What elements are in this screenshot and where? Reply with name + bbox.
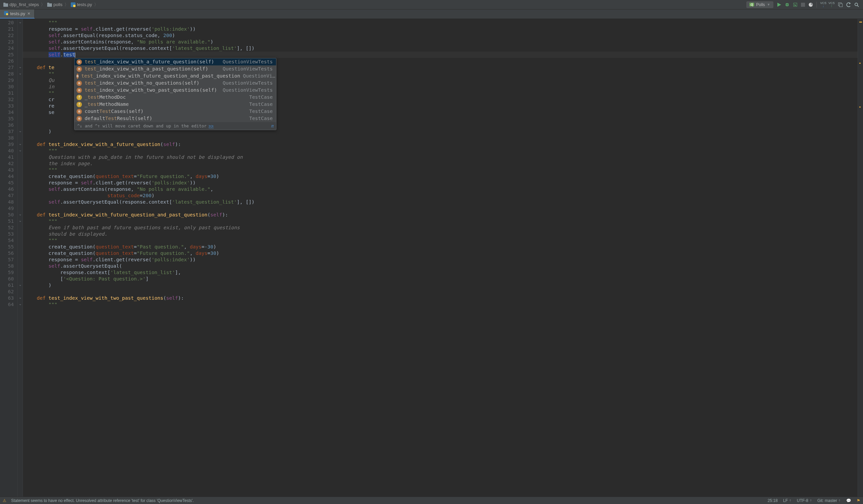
warning-marker[interactable] [859,63,861,64]
code-line[interactable]: the index page. [23,161,858,167]
code-line[interactable]: response = self.client.get(reverse('poll… [23,180,858,186]
fold-toggle[interactable] [17,32,23,38]
fold-toggle[interactable] [17,57,23,64]
completion-item[interactable]: mtest_index_view_with_a_future_question(… [75,58,276,65]
warning-icon[interactable]: ⚠ [3,498,7,503]
line-number[interactable]: 37 [0,128,14,135]
line-number-gutter[interactable]: 2021222324252627282930313233343536373839… [0,19,17,496]
fold-toggle[interactable] [17,179,23,186]
line-number[interactable]: 59 [0,269,14,276]
encoding-selector[interactable]: UTF-8 ⇡ [797,498,812,503]
chat-icon[interactable]: 💬 [846,498,851,503]
line-number[interactable]: 23 [0,39,14,45]
code-area[interactable]: """ response = self.client.get(reverse('… [23,19,858,496]
completion-item[interactable]: mcountTestCases(self)TestCase [75,108,276,115]
fold-toggle[interactable] [17,160,23,166]
line-number[interactable]: 60 [0,276,14,282]
code-line[interactable]: ['<Question: Past question.>'] [23,276,858,282]
line-number[interactable]: 55 [0,244,14,250]
line-number[interactable]: 30 [0,84,14,90]
line-number[interactable]: 43 [0,167,14,173]
run-configuration-selector[interactable]: dj Polls ▼ [746,1,773,8]
fold-toggle[interactable] [17,243,23,250]
completion-item[interactable]: mdefaultTestResult(self)TestCase [75,115,276,122]
code-line[interactable]: Questions with a pub_date in the future … [23,154,858,161]
code-line[interactable]: response.context['latest_question_list']… [23,269,858,276]
search-icon[interactable] [854,2,859,7]
editor-tab[interactable]: tests.py ✕ [0,10,35,18]
line-number[interactable]: 36 [0,122,14,128]
code-line[interactable]: status_code=200) [23,192,858,199]
fold-toggle[interactable]: ⌄ [17,147,23,153]
code-line[interactable]: self.assertQuerysetEqual( [23,263,858,269]
code-line[interactable] [23,205,858,212]
line-number[interactable]: 32 [0,97,14,103]
revert-icon[interactable] [846,2,851,7]
line-number[interactable]: 57 [0,256,14,263]
line-number[interactable]: 63 [0,295,14,301]
code-line[interactable]: create_question(question_text="Future qu… [23,250,858,256]
line-number[interactable]: 25 [0,52,14,58]
warning-marker[interactable] [859,22,862,23]
code-line[interactable]: response = self.client.get(reverse('poll… [23,256,858,263]
warning-marker[interactable] [859,106,861,108]
fold-toggle[interactable] [17,192,23,198]
line-number[interactable]: 62 [0,289,14,295]
completion-item[interactable]: mtest_index_view_with_two_past_questions… [75,87,276,94]
line-number[interactable]: 31 [0,90,14,97]
fold-toggle[interactable]: ⌄ [17,19,23,25]
fold-toggle[interactable] [17,83,23,89]
line-number[interactable]: 20 [0,20,14,26]
line-number[interactable]: 29 [0,77,14,84]
code-line[interactable]: """ [23,237,858,244]
run-icon[interactable] [777,2,781,7]
tab-close-icon[interactable]: ✕ [27,11,30,16]
completion-popup[interactable]: mtest_index_view_with_a_future_question(… [74,58,276,130]
fold-toggle[interactable] [17,134,23,141]
fold-toggle[interactable]: ⌄ [17,281,23,288]
code-line[interactable]: self.assertContains(response, "No polls … [23,39,858,45]
vcs-commit-button[interactable]: VCS↑ [828,2,835,8]
fold-toggle[interactable] [17,275,23,281]
fold-toggle[interactable] [17,51,23,57]
line-number[interactable]: 40 [0,148,14,154]
fold-toggle[interactable] [17,166,23,173]
fold-toggle[interactable]: ⌄ [17,64,23,70]
fold-toggle[interactable]: ⌄ [17,141,23,147]
fold-toggle[interactable]: ⌄ [17,211,23,217]
code-line[interactable]: def test_index_view_with_future_question… [23,212,858,218]
fold-toggle[interactable] [17,121,23,128]
completion-item[interactable]: f_testMethodDocTestCase [75,94,276,101]
fold-toggle[interactable] [17,205,23,211]
line-number[interactable]: 35 [0,116,14,122]
code-line[interactable]: def test_index_view_with_a_future_questi… [23,141,858,148]
breadcrumb-item[interactable]: tests.py [71,2,92,7]
completion-item[interactable]: f_testMethodNameTestCase [75,101,276,108]
fold-toggle[interactable] [17,38,23,45]
code-line[interactable]: """ [23,167,858,173]
code-line[interactable]: self.test [23,52,858,58]
line-number[interactable]: 54 [0,237,14,244]
fold-toggle[interactable] [17,288,23,294]
completion-pi-icon[interactable]: π [271,123,273,129]
completion-item[interactable]: mtest_index_view_with_no_questions(self)… [75,79,276,87]
completion-item[interactable]: mtest_index_view_with_a_past_question(se… [75,65,276,73]
line-separator-selector[interactable]: LF ⇡ [783,498,791,503]
line-number[interactable]: 42 [0,161,14,167]
stop-icon[interactable] [801,3,805,7]
line-number[interactable]: 33 [0,103,14,109]
fold-toggle[interactable] [17,237,23,243]
code-line[interactable]: response = self.client.get(reverse('poll… [23,26,858,33]
line-number[interactable]: 24 [0,45,14,52]
line-number[interactable]: 46 [0,186,14,192]
fold-toggle[interactable] [17,109,23,115]
debug-icon[interactable] [785,2,789,7]
vcs-update-button[interactable]: VCS↓ [820,2,827,8]
fold-toggle[interactable]: ⌄ [17,70,23,77]
fold-toggle[interactable] [17,102,23,109]
fold-gutter[interactable]: ⌄⌄⌄⌄⌄⌄⌄⌄⌄⌄⌄ [17,19,23,496]
line-number[interactable]: 27 [0,64,14,71]
code-line[interactable]: """ [23,301,858,308]
fold-toggle[interactable] [17,77,23,83]
line-number[interactable]: 52 [0,225,14,231]
